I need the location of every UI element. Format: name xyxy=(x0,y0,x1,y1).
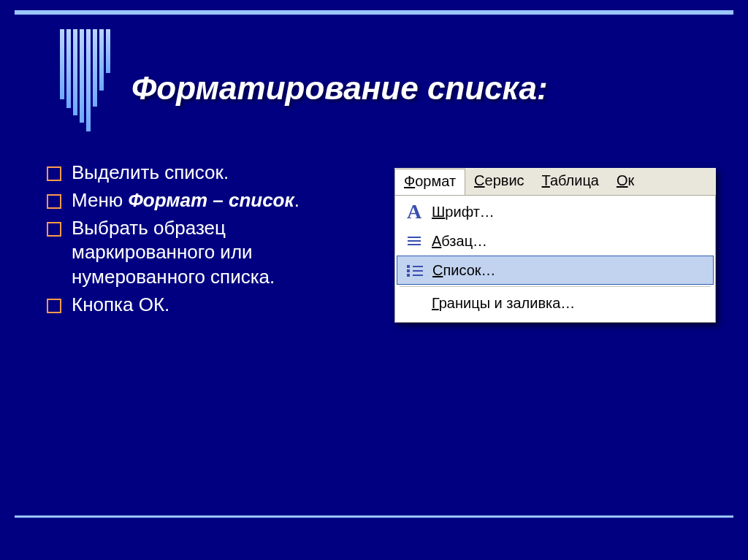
menu-item-font[interactable]: A Шрифт… xyxy=(397,197,714,226)
bullet-box-icon xyxy=(47,299,61,313)
bullet-box-icon xyxy=(47,194,61,209)
list-item-text: Выделить список. xyxy=(72,161,229,185)
menu-item-label: Абзац… xyxy=(427,233,705,250)
menu-bar: Формат Сервис Таблица Ок xyxy=(394,168,716,196)
bullet-box-icon xyxy=(47,222,61,237)
list-item: Кнопка ОК. xyxy=(47,293,354,318)
list-item: Выбрать образец маркированного или нумер… xyxy=(47,216,354,290)
word-menu-screenshot: Формат Сервис Таблица Ок A Шрифт… Абзац… xyxy=(394,168,716,323)
list-icon xyxy=(402,264,428,277)
menu-item-list[interactable]: Список… xyxy=(397,256,714,285)
format-dropdown: A Шрифт… Абзац… Список… Границы и заливк… xyxy=(394,196,716,323)
title-stripes-decoration xyxy=(60,29,110,131)
list-item: Меню Формат – список. xyxy=(47,188,354,213)
paragraph-icon xyxy=(401,234,427,248)
menu-item-paragraph[interactable]: Абзац… xyxy=(397,226,714,256)
list-item-text: Выбрать образец маркированного или нумер… xyxy=(72,216,354,290)
menu-service[interactable]: Сервис xyxy=(465,168,533,195)
list-item-text: Меню Формат – список. xyxy=(72,188,299,213)
menu-item-label: Шрифт… xyxy=(427,204,705,220)
menu-table[interactable]: Таблица xyxy=(533,168,608,195)
menu-item-label: Границы и заливка… xyxy=(427,295,705,312)
menu-item-label: Список… xyxy=(428,262,704,279)
menu-window[interactable]: Ок xyxy=(608,168,643,195)
menu-format[interactable]: Формат xyxy=(394,169,465,196)
menu-separator xyxy=(400,286,711,287)
bottom-accent-bar xyxy=(15,515,733,518)
font-icon: A xyxy=(401,200,427,223)
slide-title: Форматирование списка: xyxy=(131,70,548,107)
list-item: Выделить список. xyxy=(47,161,354,185)
bullet-list: Выделить список. Меню Формат – список. В… xyxy=(47,161,354,321)
menu-item-borders[interactable]: Границы и заливка… xyxy=(397,288,714,318)
list-item-text: Кнопка ОК. xyxy=(72,293,169,318)
bullet-box-icon xyxy=(47,166,61,181)
top-accent-bar xyxy=(15,10,733,15)
